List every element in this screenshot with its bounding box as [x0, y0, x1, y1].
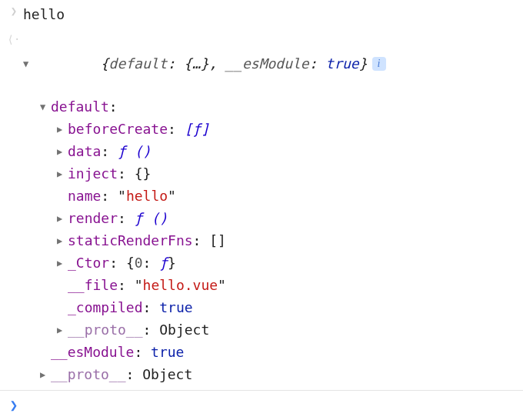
chevron-down-icon[interactable]: ▼ — [40, 100, 51, 114]
prop-proto-inner[interactable]: ▶ __proto__: Object — [23, 318, 523, 341]
prop-name[interactable]: name: "hello" — [23, 185, 523, 207]
prop-render[interactable]: ▶ render: ƒ () — [23, 207, 523, 229]
chevron-right-icon[interactable]: ▶ — [57, 122, 68, 136]
prompt-caret-icon: ❯ — [5, 397, 23, 413]
output-gutter-icon: ⟨· — [5, 32, 23, 48]
console-output-row: ⟨· ▼ {default: {…}, __esModule: true} i … — [0, 28, 523, 388]
input-gutter-icon: ❯ — [5, 3, 23, 19]
prop-data[interactable]: ▶ data: ƒ () — [23, 140, 523, 162]
prop-beforeCreate[interactable]: ▶ beforeCreate: [ƒ] — [23, 118, 523, 140]
divider — [0, 390, 523, 391]
prop-esModule[interactable]: __esModule: true — [23, 341, 523, 363]
prop-inject[interactable]: ▶ inject: {} — [23, 162, 523, 185]
prop-staticRenderFns[interactable]: ▶ staticRenderFns: [] — [23, 229, 523, 252]
prop-proto-outer[interactable]: ▶ __proto__: Object — [23, 363, 523, 385]
prop-file[interactable]: __file: "hello.vue" — [23, 274, 523, 296]
chevron-right-icon[interactable]: ▶ — [57, 212, 68, 225]
prop-compiled[interactable]: _compiled: true — [23, 296, 523, 318]
chevron-right-icon[interactable]: ▶ — [57, 145, 68, 158]
chevron-right-icon[interactable]: ▶ — [40, 368, 51, 382]
console-prompt[interactable]: ❯ — [0, 392, 523, 418]
prop-default[interactable]: ▼ default: — [23, 95, 523, 118]
chevron-right-icon[interactable]: ▶ — [57, 234, 68, 248]
chevron-down-icon[interactable]: ▼ — [23, 57, 34, 71]
prop-ctor[interactable]: ▶ _Ctor: {0: ƒ} — [23, 252, 523, 274]
chevron-right-icon[interactable]: ▶ — [57, 256, 68, 270]
info-icon[interactable]: i — [372, 57, 386, 71]
input-expression: hello — [23, 4, 65, 25]
chevron-right-icon[interactable]: ▶ — [57, 167, 68, 181]
chevron-right-icon[interactable]: ▶ — [57, 323, 68, 337]
object-summary[interactable]: ▼ {default: {…}, __esModule: true} i — [23, 32, 523, 95]
console-input-row: ❯ hello — [0, 0, 523, 28]
